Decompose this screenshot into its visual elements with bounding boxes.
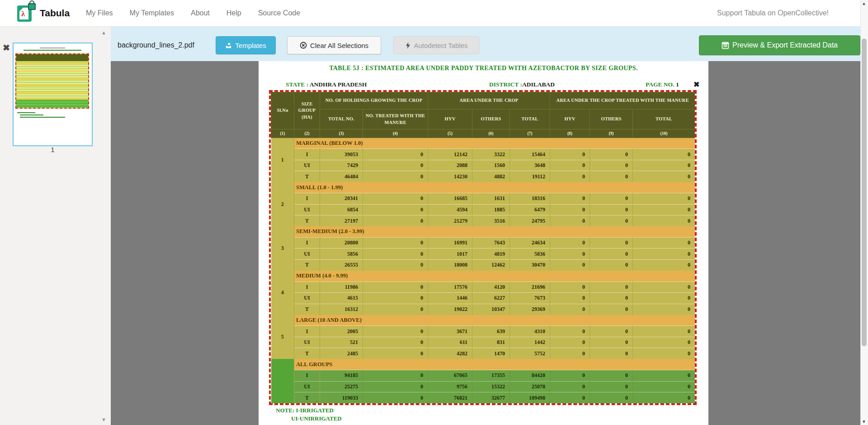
pdf-note-line1: NOTE: I-IRRIGATED: [276, 407, 334, 414]
pdf-note-line2: UI-UNIRRIGATED: [291, 415, 342, 422]
thumbnail-sidebar: ✖ ▲ 1 ▼: [0, 26, 111, 425]
pdf-viewer: TABLE 5J : ESTIMATED AREA UNDER PADDY TR…: [111, 61, 861, 425]
nav-link-source-code[interactable]: Source Code: [258, 9, 300, 17]
window-scrollbar[interactable]: ▲ ▼: [860, 0, 868, 425]
toolbar: background_lines_2.pdf Templates Clear A…: [111, 26, 861, 62]
table-selection-box[interactable]: [269, 90, 697, 405]
nav-link-my-templates[interactable]: My Templates: [130, 9, 174, 17]
current-filename: background_lines_2.pdf: [118, 36, 194, 54]
circle-x-icon: [300, 42, 307, 49]
pdf-table-title: TABLE 5J : ESTIMATED AREA UNDER PADDY TR…: [259, 65, 708, 72]
templates-button[interactable]: Templates: [216, 36, 276, 54]
top-navbar: λ Tabula My FilesMy TemplatesAboutHelpSo…: [0, 0, 868, 27]
selection-close-icon[interactable]: ✖: [693, 80, 699, 89]
tabula-app: λ Tabula My FilesMy TemplatesAboutHelpSo…: [0, 0, 868, 425]
brand-title: Tabula: [40, 0, 70, 26]
nav-links: My FilesMy TemplatesAboutHelpSource Code: [86, 0, 300, 26]
pdf-page[interactable]: TABLE 5J : ESTIMATED AREA UNDER PADDY TR…: [259, 61, 708, 425]
nav-link-help[interactable]: Help: [226, 9, 241, 17]
lightning-bolt-icon: [405, 42, 411, 49]
sidebar-scroll-down-icon[interactable]: ▼: [101, 417, 106, 422]
scrollbar-down-icon[interactable]: ▼: [862, 419, 866, 424]
preview-export-button[interactable]: Preview & Export Extracted Data: [699, 35, 860, 55]
pdf-district-line: DISTRICT :ADILABAD: [489, 81, 555, 88]
nav-link-about[interactable]: About: [191, 9, 210, 17]
pdf-state-line: STATE : ANDHRA PRADESH: [286, 81, 367, 88]
scrollbar-up-icon[interactable]: ▲: [862, 1, 866, 6]
nav-link-my-files[interactable]: My Files: [86, 9, 113, 17]
thumbnail-table-preview: [15, 53, 89, 109]
pdf-pageno-line: PAGE NO. 1: [646, 81, 679, 88]
support-link[interactable]: Support Tabula on OpenCollective!: [717, 0, 829, 26]
import-tray-icon: [225, 42, 232, 49]
scrollbar-thumb[interactable]: [862, 38, 867, 346]
sidebar-scroll-up-icon[interactable]: ▲: [101, 30, 106, 35]
close-document-icon[interactable]: ✖: [3, 43, 10, 53]
tabula-logo-icon: λ: [17, 4, 36, 22]
autodetect-tables-button[interactable]: Autodetect Tables: [393, 36, 479, 54]
thumbnail-page-number: 1: [13, 146, 93, 153]
clear-all-selections-button[interactable]: Clear All Selections: [287, 36, 381, 54]
page-thumbnail[interactable]: [13, 43, 93, 146]
table-list-icon: [722, 42, 729, 49]
